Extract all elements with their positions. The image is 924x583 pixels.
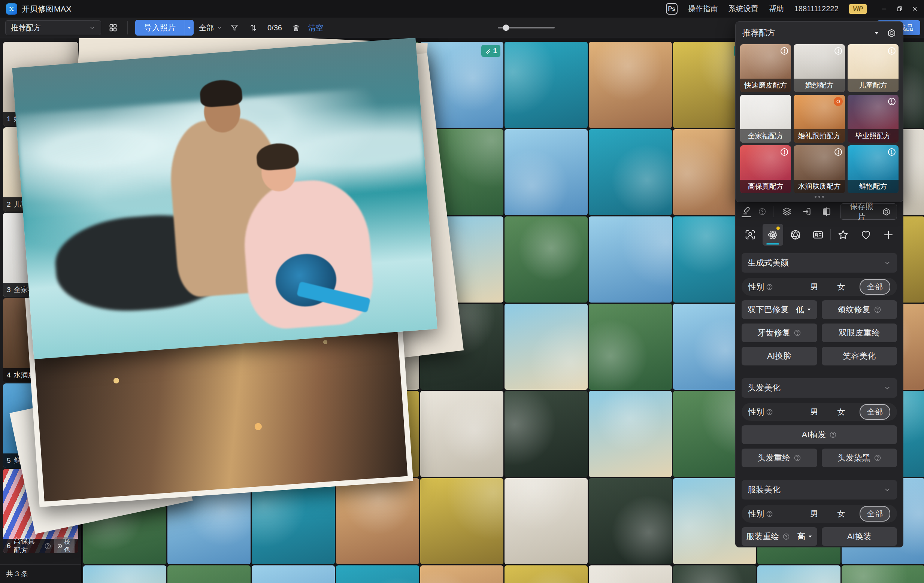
help-icon[interactable] — [829, 431, 837, 438]
feature-button[interactable]: 牙齿修复 — [742, 323, 817, 342]
menu-help[interactable]: 帮助 — [769, 4, 784, 14]
import-photos-button[interactable]: 导入照片 — [135, 20, 185, 36]
tab-aperture-filter[interactable] — [785, 224, 806, 245]
photo-thumbnail[interactable] — [505, 216, 587, 303]
save-photo-button[interactable]: 保存照片 — [840, 203, 897, 220]
gender-option-male[interactable]: 男 — [806, 407, 823, 417]
photo-thumbnail[interactable] — [420, 391, 503, 477]
close-icon[interactable] — [912, 6, 918, 12]
sidebar-recipe-item[interactable]: 5 鲜艳配方 — [3, 384, 78, 468]
tab-face-detect[interactable] — [740, 224, 760, 245]
photo-thumbnail[interactable] — [336, 391, 419, 477]
feature-level-value[interactable]: 低 — [796, 304, 811, 315]
minimize-icon[interactable] — [881, 6, 887, 12]
zoom-slider-handle[interactable] — [503, 25, 509, 31]
feature-button[interactable]: 颈纹修复 — [822, 300, 898, 319]
photo-thumbnail[interactable] — [589, 391, 672, 477]
recipe-card[interactable]: 水润肤质配方 — [794, 145, 845, 193]
eraser-tool-button[interactable] — [742, 206, 751, 217]
recipe-card[interactable]: 婚纱配方 — [794, 44, 845, 92]
thumbnail-zoom-slider[interactable] — [498, 27, 555, 28]
photo-thumbnail[interactable] — [83, 478, 166, 564]
feature-button[interactable]: 双下巴修复 低 — [742, 300, 817, 319]
recipe-card[interactable]: 毕业照配方 — [848, 95, 899, 143]
tab-id-photo[interactable] — [808, 224, 828, 245]
photo-thumbnail[interactable] — [252, 565, 335, 583]
help-icon[interactable] — [44, 543, 51, 550]
photo-thumbnail[interactable] — [336, 478, 419, 564]
photo-thumbnail[interactable] — [505, 478, 587, 564]
feature-button[interactable]: 双眼皮重绘 — [822, 323, 898, 342]
info-icon[interactable] — [834, 46, 843, 55]
grid-view-button[interactable] — [106, 21, 120, 35]
photo-thumbnail[interactable] — [420, 478, 503, 564]
recipes-panel-header[interactable]: 推荐配方 — [736, 22, 903, 44]
export-to-app-button[interactable] — [800, 205, 813, 218]
photo-thumbnail[interactable] — [589, 565, 672, 583]
gear-icon[interactable] — [882, 208, 891, 216]
help-icon[interactable] — [794, 329, 801, 337]
photo-thumbnail[interactable] — [167, 478, 251, 564]
main-photo[interactable] — [12, 38, 437, 359]
feature-button[interactable]: AI换脸 — [742, 347, 817, 366]
recipe-card[interactable]: 全家福配方 — [740, 95, 791, 143]
photo-thumbnail[interactable] — [167, 565, 251, 583]
feature-level-value[interactable]: 高 — [797, 531, 812, 542]
help-icon[interactable] — [758, 208, 766, 216]
vip-badge[interactable]: VIP — [849, 4, 867, 14]
section-header[interactable]: 服装美化 — [742, 480, 897, 499]
restore-icon[interactable] — [896, 6, 903, 12]
gender-option-male[interactable]: 男 — [806, 282, 823, 292]
photo-thumbnail[interactable] — [673, 565, 756, 583]
gender-option-all[interactable]: 全部 — [860, 279, 890, 295]
dropdown-caret-icon[interactable] — [874, 30, 879, 36]
photoshop-link-icon[interactable]: Ps — [666, 3, 678, 15]
filter-status-select[interactable]: 全部 — [199, 23, 223, 33]
recipe-card[interactable]: 鲜艳配方 — [848, 145, 899, 193]
photo-thumbnail[interactable] — [83, 565, 166, 583]
photo-thumbnail[interactable] — [252, 391, 335, 477]
feature-button[interactable]: 头发染黑 — [822, 449, 898, 467]
photo-thumbnail[interactable] — [505, 391, 587, 477]
photo-thumbnail[interactable] — [589, 216, 672, 303]
help-icon[interactable] — [794, 454, 801, 462]
tab-favorites[interactable] — [833, 224, 853, 245]
feature-button[interactable]: 服装重绘 高 — [742, 527, 817, 546]
photo-thumbnail[interactable] — [505, 565, 587, 583]
help-icon[interactable] — [874, 454, 881, 462]
menu-system-settings[interactable]: 系统设置 — [728, 4, 759, 14]
help-icon[interactable] — [782, 533, 790, 540]
photo-thumbnail[interactable] — [336, 565, 419, 583]
photo-thumbnail[interactable] — [420, 565, 503, 583]
help-icon[interactable] — [766, 511, 773, 517]
recipe-card[interactable]: 婚礼跟拍配方 — [794, 95, 845, 143]
tab-add[interactable] — [878, 224, 899, 245]
photo-thumbnail[interactable] — [505, 129, 587, 215]
feature-button[interactable]: 笑容美化 — [822, 347, 898, 366]
gear-icon[interactable] — [887, 28, 896, 38]
gender-option-female[interactable]: 女 — [833, 282, 850, 292]
clear-all-link[interactable]: 清空 — [308, 23, 323, 33]
layers-button[interactable] — [780, 205, 793, 218]
photo-thumbnail[interactable] — [757, 565, 840, 583]
photo-thumbnail[interactable] — [83, 391, 166, 477]
tab-likes[interactable] — [855, 224, 876, 245]
sidebar-recipe-item[interactable]: 6 高保真配方 校色 — [3, 469, 78, 553]
help-icon[interactable] — [766, 283, 773, 291]
info-icon[interactable] — [887, 97, 896, 106]
color-calibration-badge[interactable]: 校色 — [54, 537, 74, 553]
compare-view-button[interactable] — [820, 205, 833, 218]
gender-option-all[interactable]: 全部 — [860, 404, 890, 420]
info-icon[interactable] — [834, 148, 843, 156]
recipe-group-select[interactable]: 推荐配方 — [5, 20, 101, 35]
gender-option-male[interactable]: 男 — [806, 509, 823, 519]
section-header[interactable]: 头发美化 — [742, 378, 897, 398]
help-icon[interactable] — [874, 306, 881, 313]
recipe-card[interactable]: 高保真配方 — [740, 145, 791, 193]
gender-option-female[interactable]: 女 — [833, 407, 850, 417]
recipe-card[interactable]: 快速磨皮配方 — [740, 44, 791, 92]
photo-thumbnail[interactable] — [589, 478, 672, 564]
trash-icon[interactable] — [290, 21, 303, 35]
photo-thumbnail[interactable] — [842, 565, 924, 583]
import-photos-dropdown[interactable] — [185, 20, 194, 36]
